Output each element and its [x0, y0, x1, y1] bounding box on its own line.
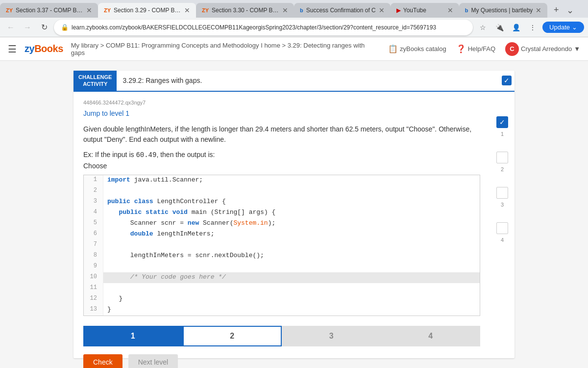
tab-bar: ZY Section 3.37 - COMP B11: P ✕ ZY Secti… — [0, 0, 588, 18]
code-line-7: 7 — [84, 240, 480, 251]
user-profile-icon: C — [505, 42, 519, 56]
tab-1-favicon: ZY — [6, 7, 13, 13]
jump-to-level-link[interactable]: Jump to level 1 — [83, 109, 129, 117]
address-bar: ← → ↻ 🔒 learn.zybooks.com/zybook/BAKERSF… — [0, 18, 588, 37]
right-level-2-check — [496, 152, 508, 163]
level-tab-3[interactable]: 3 — [282, 326, 381, 346]
tab-2-favicon: ZY — [104, 7, 111, 13]
help-faq-link[interactable]: ❓ Help/FAQ — [456, 44, 495, 53]
url-text: learn.zybooks.com/zybook/BAKERSFIELDCOLL… — [72, 24, 466, 31]
level-1-check: ✓ — [502, 76, 512, 85]
forward-button[interactable]: → — [21, 21, 34, 34]
level-tabs: 1 2 3 4 — [83, 326, 480, 346]
zybooks-navbar: ☰ zyBooks My library > COMP B11: Program… — [0, 37, 588, 61]
code-line-5: 5 Scanner scnr = new Scanner(System.in); — [84, 218, 480, 229]
code-line-1: 1 import java.util.Scanner; — [84, 175, 480, 186]
content-with-levels: 448466.3244472.qx3ngy7 Jump to level 1 G… — [74, 92, 514, 368]
level-tab-2[interactable]: 2 — [183, 326, 282, 346]
hamburger-menu-icon[interactable]: ☰ — [8, 43, 17, 55]
right-level-4-num: 4 — [501, 237, 504, 243]
tab-4-close[interactable]: ✕ — [379, 7, 385, 14]
tab-3[interactable]: ZY Section 3.30 - COMP B11: ✕ — [196, 3, 294, 18]
zybooks-catalog-link[interactable]: 📋 zyBooks catalog — [388, 44, 446, 53]
right-level-1-check: ✓ — [496, 116, 508, 128]
tab-3-favicon: ZY — [202, 7, 209, 13]
right-level-3-check — [496, 187, 508, 199]
tab-3-close[interactable]: ✕ — [282, 7, 288, 14]
reload-button[interactable]: ↻ — [37, 21, 51, 34]
main-activity-content: 448466.3244472.qx3ngy7 Jump to level 1 G… — [74, 92, 490, 368]
code-line-11: 11 — [84, 283, 480, 294]
tab-2-close[interactable]: ✕ — [184, 7, 190, 14]
back-button[interactable]: ← — [4, 21, 18, 34]
section-id: 448466.3244472.qx3ngy7 — [83, 100, 480, 105]
breadcrumb: My library > COMP B11: Programming Conce… — [71, 42, 380, 56]
tab-2-label: Section 3.29 - COMP B11: — [114, 7, 181, 14]
tab-5[interactable]: ▶ YouTube ✕ — [391, 3, 459, 18]
right-level-4-check — [496, 222, 508, 234]
profile-menu-button[interactable]: 👤 — [509, 21, 523, 34]
user-dropdown-chevron: ▼ — [574, 45, 580, 53]
tab-6-close[interactable]: ✕ — [536, 7, 541, 14]
right-level-3-num: 3 — [501, 202, 504, 208]
example-output: Choose — [83, 162, 480, 170]
update-button[interactable]: Update ⌄ — [542, 22, 584, 33]
url-bar[interactable]: 🔒 learn.zybooks.com/zybook/BAKERSFIELDCO… — [54, 20, 473, 35]
right-level-2-num: 2 — [501, 166, 504, 172]
settings-button[interactable]: ⋮ — [526, 21, 539, 34]
help-icon: ❓ — [456, 44, 466, 53]
extension-button[interactable]: 🔌 — [492, 21, 506, 34]
code-line-4: 4 public static void main (String[] args… — [84, 208, 480, 218]
update-chevron: ⌄ — [572, 24, 577, 31]
tab-add-button[interactable]: + — [549, 3, 563, 17]
tab-6[interactable]: b My Questions | bartleby ✕ — [459, 3, 548, 18]
tab-5-favicon: ▶ — [396, 7, 400, 14]
example-label: Ex: If the input is 60.49, then the outp… — [83, 151, 480, 159]
tab-1-label: Section 3.37 - COMP B11: P — [16, 7, 83, 14]
tab-6-label: My Questions | bartleby — [471, 7, 533, 14]
level-tab-1[interactable]: 1 — [83, 326, 183, 346]
tab-3-label: Section 3.30 - COMP B11: — [212, 7, 279, 14]
next-level-button: Next level — [128, 354, 178, 368]
update-label: Update — [549, 24, 570, 31]
action-buttons: Check Next level — [83, 354, 480, 368]
browser-chrome: ZY Section 3.37 - COMP B11: P ✕ ZY Secti… — [0, 0, 588, 37]
tab-1[interactable]: ZY Section 3.37 - COMP B11: P ✕ — [0, 3, 98, 18]
nav-right: 📋 zyBooks catalog ❓ Help/FAQ C Crystal A… — [388, 42, 580, 56]
code-line-9: 9 — [84, 262, 480, 272]
tab-overflow-button[interactable]: ⌄ — [563, 3, 577, 18]
code-line-3: 3 public class LengthController { — [84, 197, 480, 208]
code-line-2: 2 — [84, 186, 480, 197]
tab-4-label: Success Confirmation of C — [306, 7, 376, 14]
tab-4-favicon: b — [300, 7, 303, 13]
main-content: CHALLENGE ACTIVITY 3.29.2: Ranges with g… — [0, 61, 588, 368]
activity-description: Given double lengthInMeters, if the leng… — [83, 124, 480, 145]
lock-icon: 🔒 — [61, 24, 69, 31]
user-avatar[interactable]: C Crystal Arredondo ▼ — [505, 42, 580, 56]
tab-1-close[interactable]: ✕ — [86, 7, 92, 14]
code-line-8: 8 lengthInMeters = scnr.nextDouble(); — [84, 251, 480, 262]
content-area: 448466.3244472.qx3ngy7 Jump to level 1 G… — [74, 92, 490, 368]
tab-2[interactable]: ZY Section 3.29 - COMP B11: ✕ — [98, 3, 196, 18]
tab-5-label: YouTube — [403, 7, 444, 14]
right-level-1-num: 1 — [501, 131, 504, 137]
tab-4[interactable]: b Success Confirmation of C ✕ — [294, 3, 391, 18]
code-editor: 1 import java.util.Scanner; 2 3 public c… — [83, 175, 480, 316]
right-level-indicators: ✓ 1 2 3 4 — [490, 92, 514, 368]
tab-5-close[interactable]: ✕ — [447, 7, 453, 14]
activity-title: 3.29.2: Ranges with gaps. — [117, 71, 208, 91]
code-line-6: 6 double lengthInMeters; — [84, 229, 480, 240]
catalog-icon: 📋 — [388, 44, 398, 53]
tab-6-favicon: b — [465, 7, 468, 13]
code-line-13: 13 } — [84, 305, 480, 315]
code-line-10[interactable]: 10 /* Your code goes here */ — [84, 272, 480, 283]
bookmark-button[interactable]: ☆ — [476, 21, 490, 34]
level-tab-4[interactable]: 4 — [381, 326, 481, 346]
activity-badge: CHALLENGE ACTIVITY — [74, 71, 117, 91]
activity-header: CHALLENGE ACTIVITY 3.29.2: Ranges with g… — [74, 71, 514, 92]
check-button[interactable]: Check — [83, 354, 122, 368]
code-line-12: 12 } — [84, 294, 480, 305]
zybooks-logo: zyBooks — [24, 43, 63, 54]
content-card: CHALLENGE ACTIVITY 3.29.2: Ranges with g… — [74, 71, 514, 358]
activity-check-area: ✓ — [499, 71, 514, 91]
